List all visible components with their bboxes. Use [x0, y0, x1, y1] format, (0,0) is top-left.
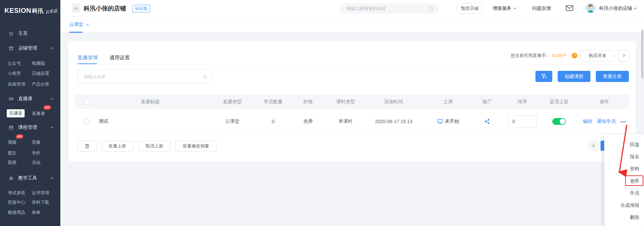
live-camera-icon — [8, 96, 14, 102]
chevron-down-icon — [634, 7, 637, 9]
view-category-button[interactable]: 查看分类 — [596, 71, 629, 82]
global-search-input[interactable] — [346, 6, 429, 11]
mail-icon[interactable] — [566, 5, 573, 11]
sidebar-item[interactable]: 资料下载 — [32, 199, 49, 205]
table-search[interactable] — [78, 70, 212, 83]
sidebar-item-home[interactable]: 主页 — [8, 30, 28, 36]
select-all-checkbox[interactable] — [84, 99, 89, 105]
menu-item-materials[interactable]: 资料 — [604, 163, 644, 175]
brand-logo-en: KESION — [4, 7, 31, 15]
sidebar-item[interactable]: 店铺设置 — [32, 70, 49, 77]
sidebar-item[interactable]: 考试系统 — [8, 190, 25, 196]
live-coin-value: 10.00个 — [551, 53, 567, 59]
live-coin-label: 您当前可用直播币： — [510, 53, 550, 59]
search-icon — [203, 74, 208, 79]
sidebar-item[interactable]: 证书管理 — [32, 190, 49, 196]
chevron-up-icon[interactable] — [51, 177, 54, 179]
menu-item-delete[interactable]: 删除 — [604, 211, 644, 223]
row-checkbox[interactable] — [84, 119, 89, 124]
live-coin-status: 您当前可用直播币： 10.00个 — [510, 53, 567, 59]
tab-live-manage[interactable]: 直播管理 — [78, 55, 98, 61]
top-header: 科汛小张的店铺 钻石版 预览店铺 增值服务 问题反馈 科汛小张的店铺 — [60, 0, 644, 17]
sidebar-item[interactable]: 电脑端 — [32, 60, 45, 66]
brand-logo-cn: 科汛 — [32, 7, 43, 15]
sidebar-item-cloud-classroom[interactable]: 云课堂 — [7, 109, 25, 117]
cell-title: 测试 — [98, 118, 202, 124]
menu-item-playback[interactable]: 回放 — [604, 138, 644, 150]
live-course-table: 直播标题 直播类型 学员数量 价格 课时类型 添加时间 上课 推广 排序 是否上… — [75, 94, 629, 134]
cell-added-time: 2020-06-17 15:13 — [359, 119, 428, 124]
tab-general-settings[interactable]: 通用设置 — [110, 55, 130, 61]
scrollbar-thumb[interactable] — [641, 30, 643, 79]
more-actions-button[interactable]: ••• — [620, 119, 626, 124]
batch-delete-button[interactable] — [78, 141, 96, 151]
create-course-button[interactable]: 创建课程 — [558, 71, 590, 82]
global-search[interactable] — [340, 3, 439, 14]
sidebar-group-label: 教学工具 — [18, 175, 37, 181]
toggle-knob — [560, 119, 565, 124]
sidebar-group-tools[interactable]: 教学工具 — [8, 175, 37, 181]
col-on-shelf: 是否上架 — [538, 99, 580, 105]
sidebar-item[interactable]: 图文 — [8, 150, 17, 156]
sidebar-group-label: 店铺管理 — [18, 45, 37, 51]
cell-promote[interactable] — [468, 119, 506, 124]
tab-label: 云课堂 — [69, 22, 83, 28]
sidebar-group-live[interactable]: 直播课 — [8, 96, 32, 102]
share-icon[interactable] — [485, 119, 490, 124]
edit-link[interactable]: 编辑 — [583, 118, 592, 124]
close-icon[interactable]: × — [86, 22, 89, 27]
sidebar-item[interactable]: 专栏 — [32, 150, 40, 156]
sidebar-group-label: 课程管理 — [18, 124, 37, 131]
sidebar-item[interactable]: 小程序 — [8, 70, 21, 77]
col-added-time: 添加时间 — [359, 99, 428, 105]
filter-button[interactable] — [535, 71, 552, 82]
menu-item-signup[interactable]: 报名 — [604, 150, 644, 163]
menu-item-students[interactable]: 学员 — [604, 187, 644, 199]
hot-badge: HOT — [16, 134, 23, 139]
chevron-up-icon[interactable] — [51, 98, 54, 100]
sidebar-item[interactable]: 表单 — [32, 209, 40, 216]
table-search-input[interactable] — [83, 74, 203, 80]
sidebar-item[interactable]: 答疑中心 — [8, 199, 25, 205]
sort-input[interactable] — [508, 115, 537, 128]
coin-help-icon[interactable]: ? — [572, 53, 577, 58]
col-live-type: 直播类型 — [202, 99, 262, 105]
help-button[interactable]: ? — [618, 50, 630, 61]
sidebar-item[interactable]: 活动 — [32, 160, 40, 166]
chevron-up-icon[interactable] — [51, 47, 54, 49]
sidebar-group-course[interactable]: 课程管理 — [8, 124, 37, 131]
tab-cloud-classroom[interactable]: 云课堂 × — [69, 22, 89, 28]
avatar[interactable] — [586, 3, 595, 13]
batch-put-on-button[interactable]: 批量上架 — [101, 141, 134, 151]
sidebar-item[interactable]: 视频 — [8, 139, 17, 145]
chevron-up-icon[interactable] — [51, 126, 54, 129]
page-title: 科汛小张的店铺 — [84, 4, 126, 12]
sidebar-item[interactable]: 面授 — [8, 160, 17, 166]
value-service-menu[interactable]: 增值服务 — [493, 5, 516, 11]
home-icon — [8, 31, 14, 36]
col-price: 价格 — [284, 99, 332, 105]
sidebar-item[interactable]: 公众号 — [8, 60, 21, 66]
account-name: 科汛小张的店铺 — [599, 5, 632, 11]
batch-take-off-button[interactable]: 取消上架 — [138, 141, 171, 151]
buy-concurrency-button[interactable]: 购买并发 — [581, 50, 614, 61]
notify-students-link[interactable]: 通知学员 — [597, 118, 616, 124]
sidebar-item[interactable]: 音频 — [32, 139, 40, 145]
sidebar-item-label: 主页 — [18, 30, 28, 36]
sidebar-item[interactable]: 风格管理 — [8, 81, 25, 87]
on-shelf-toggle[interactable] — [552, 118, 566, 125]
funnel-icon — [541, 74, 547, 79]
preview-shop-button[interactable]: 预览店铺 — [457, 3, 483, 14]
batch-modify-sales-button[interactable]: 批量修改销量 — [175, 141, 216, 151]
brand-logo: KESION 科汛 云开店 — [4, 7, 57, 15]
pagination-prev-button[interactable]: < — [588, 141, 598, 151]
account-menu[interactable]: 科汛小张的店铺 — [599, 5, 637, 11]
cell-class-status[interactable]: 未开始 — [428, 118, 468, 124]
sidebar-item[interactable]: 教辅周边 — [8, 209, 25, 216]
sidebar-group-shop[interactable]: 店铺管理 — [8, 45, 37, 51]
menu-item-poster[interactable]: 生成海报 — [604, 199, 644, 211]
feedback-link[interactable]: 问题反馈 — [532, 5, 551, 11]
class-status-label: 未开始 — [445, 118, 459, 124]
sidebar-item[interactable]: 产品分类 — [32, 81, 49, 87]
sidebar-item-live-course[interactable]: 直播课 — [32, 111, 45, 117]
